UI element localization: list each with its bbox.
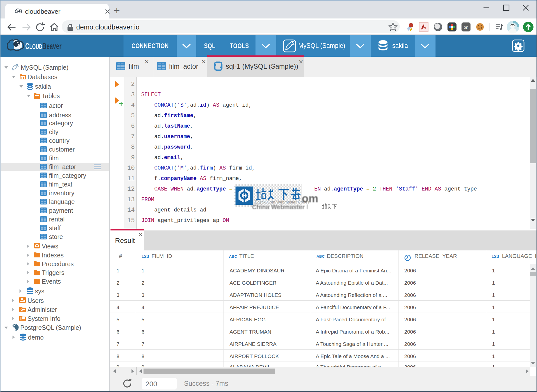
svg-text:on: on xyxy=(464,25,468,30)
